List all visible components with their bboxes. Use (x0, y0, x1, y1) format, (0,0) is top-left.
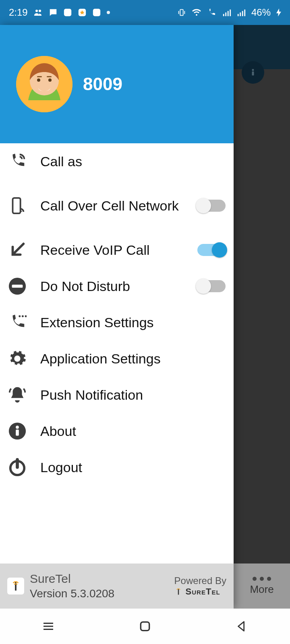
info-icon (8, 422, 27, 440)
signal-icon-2 (237, 8, 246, 17)
menu-label: Do Not Disturb (40, 278, 184, 295)
svg-rect-23 (13, 198, 21, 213)
svg-rect-16 (252, 72, 254, 76)
svg-rect-25 (12, 285, 23, 288)
svg-rect-2 (64, 9, 71, 16)
menu-push-notification[interactable]: Push Notification (0, 377, 234, 413)
toggle-call-over-cell[interactable] (197, 200, 226, 212)
menu-label: About (40, 423, 226, 440)
footer-version: Version 5.3.0208 (30, 586, 114, 601)
status-bar: 2:19 46% (0, 0, 290, 25)
footer-appname: SureTel (30, 571, 114, 586)
phone-settings-icon (8, 313, 27, 332)
menu-call-over-cell[interactable]: Call Over Cell Network (0, 180, 234, 232)
phone-active-icon (8, 152, 27, 171)
svg-rect-12 (242, 11, 243, 16)
status-right: 46% (177, 7, 281, 18)
bell-icon (8, 386, 27, 404)
signal-icon-1 (222, 8, 231, 17)
tab-more[interactable]: More (234, 564, 290, 609)
footer-text: SureTel Version 5.3.0208 (30, 571, 114, 601)
wifi-icon (192, 8, 201, 17)
svg-point-19 (37, 78, 40, 82)
menu-call-as[interactable]: Call as (0, 143, 234, 180)
system-navbar (0, 609, 290, 644)
nav-back[interactable] (233, 617, 251, 635)
dnd-icon (8, 277, 27, 295)
menu-label: Extension Settings (40, 314, 226, 331)
drawer-footer: SureTel Version 5.3.0208 Powered By Sure… (0, 564, 234, 609)
svg-rect-22 (47, 76, 52, 77)
svg-rect-9 (230, 10, 231, 16)
svg-point-26 (19, 315, 21, 317)
charging-icon (276, 8, 281, 17)
svg-point-27 (22, 315, 24, 317)
svg-rect-10 (238, 14, 239, 16)
nav-recents[interactable] (39, 617, 57, 635)
menu-logout[interactable]: Logout (0, 449, 234, 485)
svg-rect-33 (141, 622, 149, 630)
menu-label: Application Settings (40, 350, 226, 367)
menu-app-settings[interactable]: Application Settings (0, 341, 234, 377)
menu-about[interactable]: About (0, 413, 234, 449)
menu-label: Call Over Cell Network (40, 197, 184, 215)
gear-icon (8, 349, 27, 368)
phone-cell-icon (8, 196, 27, 215)
footer-brand: SureTel (174, 586, 226, 597)
menu-label: Push Notification (40, 386, 226, 404)
svg-rect-6 (223, 14, 224, 16)
svg-rect-5 (180, 10, 183, 16)
svg-rect-7 (225, 12, 226, 16)
more-dots-icon (253, 577, 271, 581)
people-icon (33, 8, 43, 17)
toggle-receive-voip[interactable] (197, 244, 226, 256)
tab-more-label: More (250, 583, 273, 596)
drawer-body: Call as Call Over Cell Network Receive V… (0, 143, 234, 564)
app-icon-2 (78, 8, 87, 17)
svg-rect-4 (93, 9, 100, 16)
powered-by-label: Powered By (174, 575, 226, 586)
menu-label: Logout (40, 459, 226, 476)
status-dot-icon (107, 11, 110, 14)
menu-label: Call as (40, 153, 226, 170)
svg-point-30 (16, 426, 19, 429)
power-icon (8, 458, 27, 477)
battery-text: 46% (251, 7, 271, 18)
vowifi-icon (207, 8, 217, 17)
menu-dnd[interactable]: Do Not Disturb (0, 268, 234, 304)
svg-point-1 (39, 10, 41, 12)
toggle-dnd[interactable] (197, 280, 226, 292)
brand-text: SureTel (186, 586, 220, 597)
drawer-username: 8009 (83, 74, 122, 94)
app-icon-3 (92, 8, 101, 17)
menu-receive-voip[interactable]: Receive VoIP Call (0, 232, 234, 268)
nav-drawer: 8009 Call as Call Over Cell Network Rece… (0, 25, 234, 609)
menu-label: Receive VoIP Call (40, 242, 184, 259)
brand-icon (174, 588, 182, 596)
svg-point-28 (25, 315, 27, 317)
svg-point-0 (35, 10, 38, 12)
svg-rect-8 (228, 11, 229, 16)
vibrate-icon (177, 8, 186, 17)
info-fab[interactable] (242, 61, 264, 84)
footer-powered: Powered By SureTel (174, 575, 226, 597)
app-icon-1 (63, 8, 72, 17)
drawer-header: 8009 (0, 25, 234, 143)
svg-rect-31 (16, 429, 19, 436)
svg-rect-21 (37, 76, 42, 77)
chat-icon (49, 8, 58, 17)
status-time: 2:19 (9, 7, 28, 18)
avatar[interactable] (16, 56, 72, 112)
svg-point-20 (48, 78, 52, 82)
svg-rect-13 (244, 10, 245, 16)
nav-home[interactable] (136, 617, 154, 635)
svg-rect-11 (240, 12, 241, 16)
incoming-arrow-icon (8, 241, 27, 259)
menu-extension-settings[interactable]: Extension Settings (0, 304, 234, 341)
svg-point-15 (252, 69, 254, 71)
app-logo-icon (7, 578, 24, 594)
status-left: 2:19 (9, 7, 110, 18)
